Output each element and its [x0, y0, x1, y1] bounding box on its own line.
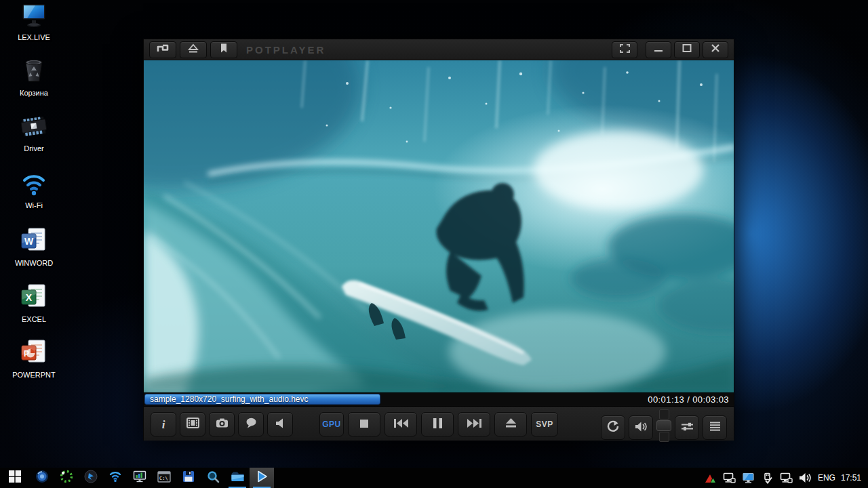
- volume-slider-thumb[interactable]: [656, 420, 671, 431]
- desktop-icon-winword[interactable]: W WINWORD: [7, 227, 61, 267]
- bookmark-button[interactable]: [210, 41, 237, 58]
- control-panel-button[interactable]: [675, 415, 699, 440]
- close-button[interactable]: [703, 41, 728, 58]
- desktop-icon-label: Wi-Fi: [25, 201, 43, 209]
- svg-text:W: W: [24, 236, 34, 247]
- potplayer-logo-icon: [156, 43, 170, 56]
- previous-button[interactable]: [384, 412, 417, 436]
- tray-red-arrow-icon[interactable]: [704, 470, 717, 485]
- dark-sphere-icon: [84, 470, 98, 486]
- desktop-icon-label: LEX.LIVE: [18, 33, 50, 41]
- language-indicator[interactable]: ENG: [818, 473, 835, 483]
- eject-button[interactable]: [494, 412, 527, 436]
- taskbar-potplayer[interactable]: [250, 468, 274, 488]
- desktop-icon-powerpnt[interactable]: P POWERPNT: [7, 339, 61, 379]
- taskbar-resource-monitor[interactable]: [127, 468, 152, 488]
- playlist-icon: [710, 422, 720, 434]
- seekbar[interactable]: sample_1280x720_surfing_with_audio.hevc …: [144, 392, 734, 407]
- fullscreen-button[interactable]: [612, 41, 637, 58]
- taskbar-cmd[interactable]: C:\: [152, 468, 176, 488]
- maximize-button[interactable]: [674, 41, 700, 58]
- potplayer-window: POTPLAYER: [143, 39, 734, 441]
- taskbar-floppy[interactable]: [176, 468, 201, 488]
- volume-slider-track-bottom[interactable]: [659, 432, 669, 442]
- titlebar[interactable]: POTPLAYER: [144, 39, 734, 60]
- seekbar-progress[interactable]: sample_1280x720_surfing_with_audio.hevc: [144, 394, 380, 405]
- subtitle-button[interactable]: [238, 412, 264, 436]
- minimize-button[interactable]: [646, 41, 671, 58]
- sliders-icon: [682, 422, 693, 434]
- desktop-icon-driver[interactable]: Driver: [7, 114, 61, 152]
- potplayer-play-icon: [255, 470, 269, 486]
- floppy-disk-icon: [182, 470, 195, 485]
- volume-icon: [635, 422, 647, 434]
- info-button[interactable]: i: [151, 412, 176, 436]
- taskbar-search[interactable]: [201, 468, 225, 488]
- taskbar-app-dark-sphere[interactable]: [79, 468, 103, 488]
- fullscreen-icon: [619, 43, 631, 56]
- repeat-icon: [607, 420, 619, 435]
- volume-slider-track-top[interactable]: [659, 409, 669, 420]
- taskbar-wifi[interactable]: [103, 468, 127, 488]
- desktop-icon-label: EXCEL: [22, 315, 46, 323]
- recycle-bin-icon: [19, 57, 49, 87]
- blue-sphere-icon: [35, 470, 49, 486]
- svp-button[interactable]: SVP: [531, 412, 558, 436]
- start-button[interactable]: [0, 468, 30, 488]
- stop-icon: [360, 418, 368, 430]
- system-tray: ENG 17:51: [704, 470, 868, 485]
- tray-volume-icon[interactable]: [799, 470, 812, 485]
- snapshot-button[interactable]: [209, 412, 235, 436]
- pause-button[interactable]: [421, 412, 454, 436]
- open-file-button[interactable]: [180, 41, 207, 58]
- desktop-icon-label: Корзина: [20, 89, 48, 97]
- stop-button[interactable]: [348, 412, 380, 436]
- control-bar: i: [144, 407, 734, 441]
- time-display: 00:01:13 / 00:03:03: [648, 393, 729, 406]
- video-settings-button[interactable]: [180, 412, 205, 436]
- tray-network2-icon[interactable]: [780, 470, 793, 485]
- search-icon: [207, 470, 220, 486]
- desktop-icon-recycle-bin[interactable]: Корзина: [7, 57, 61, 97]
- audio-button[interactable]: [267, 412, 293, 436]
- speech-bubble-icon: [245, 418, 257, 431]
- speaker-icon: [275, 418, 285, 431]
- taskbar-app-spinner[interactable]: [54, 468, 79, 488]
- maximize-icon: [682, 43, 692, 56]
- next-button[interactable]: [458, 412, 490, 436]
- taskbar-explorer[interactable]: [225, 468, 250, 488]
- tray-network-icon[interactable]: [723, 470, 736, 485]
- monitor-chart-icon: [133, 470, 146, 485]
- desktop-icon-label: Driver: [24, 144, 43, 152]
- tray-display-icon[interactable]: [742, 470, 755, 485]
- info-icon: i: [162, 419, 165, 430]
- camera-icon: [216, 418, 229, 431]
- tray-usb-eject-icon[interactable]: [761, 470, 774, 485]
- playlist-button[interactable]: [703, 415, 727, 440]
- wifi-icon: [19, 171, 49, 199]
- volume-slider[interactable]: [656, 409, 671, 443]
- potplayer-menu-button[interactable]: [149, 41, 176, 58]
- previous-icon: [394, 418, 408, 430]
- desktop-icon-lexlive[interactable]: LEX.LIVE: [7, 3, 61, 41]
- filename-label: sample_1280x720_surfing_with_audio.hevc: [145, 394, 309, 404]
- desktop-icon-wifi[interactable]: Wi-Fi: [7, 171, 61, 209]
- bookmark-icon: [219, 43, 229, 56]
- gpu-button[interactable]: GPU: [319, 412, 344, 436]
- taskbar: C:\: [0, 468, 868, 488]
- monitor-icon: [19, 3, 49, 31]
- mute-button[interactable]: [629, 415, 653, 440]
- powerpoint-icon: P: [19, 339, 49, 369]
- desktop-icon-excel[interactable]: X EXCEL: [7, 283, 61, 323]
- repeat-button[interactable]: [601, 415, 625, 440]
- video-area[interactable]: [144, 60, 734, 392]
- cmd-icon: C:\: [157, 471, 171, 485]
- svg-text:X: X: [26, 292, 33, 303]
- wifi-small-icon: [108, 470, 122, 485]
- taskbar-app-blue-sphere[interactable]: [30, 468, 54, 488]
- desktop-icon-label: WINWORD: [15, 259, 53, 267]
- desktop-icon-label: POWERPNT: [12, 371, 56, 379]
- green-spinner-icon: [60, 470, 73, 486]
- word-icon: W: [19, 227, 49, 257]
- clock[interactable]: 17:51: [841, 473, 861, 483]
